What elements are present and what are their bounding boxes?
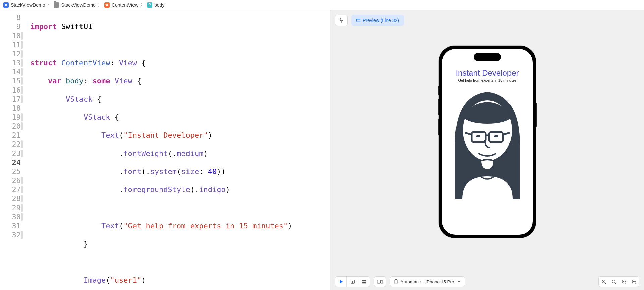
- chevron-right-icon: 〉: [98, 2, 102, 8]
- property-icon: P: [147, 2, 152, 8]
- zoom-out-icon: [601, 279, 606, 284]
- device-frame: Instant Developer Get help from experts …: [439, 46, 536, 238]
- breadcrumb-symbol[interactable]: P body: [147, 2, 164, 8]
- swift-icon: [104, 2, 110, 8]
- device-settings-button[interactable]: [374, 276, 386, 287]
- svg-rect-19: [395, 280, 397, 284]
- pin-button[interactable]: [335, 15, 348, 26]
- svg-rect-15: [362, 282, 364, 283]
- breadcrumb-label: ContentView: [112, 2, 138, 8]
- svg-line-21: [605, 283, 606, 284]
- svg-rect-9: [476, 135, 480, 137]
- device-screen: Instant Developer Get help from experts …: [442, 49, 533, 235]
- breadcrumb-folder[interactable]: StackViewDemo: [54, 2, 95, 8]
- preview-tab[interactable]: Preview (Line 32): [351, 15, 404, 26]
- app-subtitle: Get help from experts in 15 minutes: [458, 78, 516, 82]
- folder-icon: [54, 2, 59, 8]
- svg-rect-14: [364, 280, 366, 281]
- breadcrumb-file[interactable]: ContentView: [104, 2, 138, 8]
- breadcrumb-project[interactable]: StackViewDemo: [3, 2, 45, 8]
- device-label: Automatic – iPhone 15 Pro: [400, 279, 454, 284]
- zoom-100-icon: [622, 279, 627, 284]
- selectable-button[interactable]: [347, 277, 358, 287]
- breadcrumb: StackViewDemo 〉 StackViewDemo 〉 ContentV…: [0, 0, 644, 10]
- zoom-in-button[interactable]: [629, 277, 639, 287]
- svg-line-26: [625, 283, 626, 284]
- device-pair-icon: [377, 279, 383, 284]
- svg-line-24: [615, 283, 616, 284]
- breadcrumb-label: StackViewDemo: [61, 2, 95, 8]
- svg-point-27: [623, 281, 624, 282]
- cursor-rect-icon: [350, 279, 355, 284]
- breadcrumb-label: body: [154, 2, 164, 8]
- zoom-in-icon: [632, 279, 637, 284]
- preview-panel: Preview (Line 32) Instant Developer Get …: [330, 10, 644, 290]
- chevron-right-icon: 〉: [47, 2, 52, 8]
- zoom-fit-button[interactable]: [609, 277, 619, 287]
- svg-line-29: [635, 283, 636, 284]
- grid-icon: [362, 279, 366, 284]
- chevron-down-icon: [457, 280, 461, 283]
- pin-icon: [339, 18, 344, 23]
- chevron-right-icon: 〉: [140, 2, 145, 8]
- user-avatar-image: [448, 85, 527, 199]
- device-selector[interactable]: Automatic – iPhone 15 Pro: [390, 276, 465, 287]
- app-icon: [3, 2, 9, 8]
- svg-rect-10: [494, 135, 498, 137]
- svg-rect-16: [364, 282, 366, 283]
- svg-point-23: [612, 280, 615, 283]
- preview-tab-label: Preview (Line 32): [363, 18, 399, 23]
- variants-button[interactable]: [358, 277, 370, 287]
- live-button[interactable]: [335, 277, 347, 287]
- code-editor[interactable]: 89 10111213 14151617 18192021 222324 252…: [0, 10, 330, 290]
- zoom-fit-icon: [611, 279, 616, 284]
- preview-icon: [356, 18, 361, 23]
- phone-icon: [394, 279, 398, 284]
- zoom-out-button[interactable]: [599, 277, 609, 287]
- play-icon: [339, 279, 343, 284]
- svg-rect-13: [362, 280, 364, 281]
- zoom-actual-button[interactable]: [619, 277, 629, 287]
- zoom-group: [598, 276, 639, 287]
- run-mode-group: [335, 276, 370, 287]
- svg-rect-18: [381, 281, 383, 283]
- svg-rect-17: [377, 280, 381, 283]
- line-gutter: 89 10111213 14151617 18192021 222324 252…: [0, 10, 23, 290]
- code-content[interactable]: import SwiftUI struct ContentView: View …: [23, 10, 330, 290]
- preview-canvas[interactable]: Instant Developer Get help from experts …: [330, 10, 644, 274]
- app-title: Instant Developer: [455, 68, 519, 78]
- svg-rect-0: [5, 4, 7, 6]
- breadcrumb-label: StackViewDemo: [11, 2, 45, 8]
- svg-rect-1: [357, 19, 360, 22]
- dynamic-island: [474, 53, 501, 61]
- preview-toolbar: Automatic – iPhone 15 Pro: [330, 274, 644, 290]
